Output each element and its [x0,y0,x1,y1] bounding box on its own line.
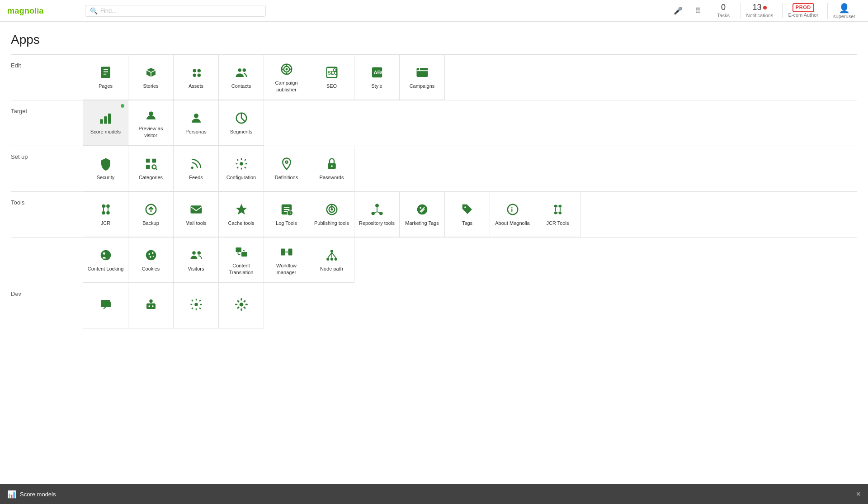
svg-rect-28 [146,159,150,163]
logo[interactable]: magnolia [7,5,80,17]
categories-icon [144,157,158,171]
apps-grid-tools: JCRBackupMail toolsCache toolsLog ToolsP… [83,192,857,237]
svg-point-81 [330,258,333,261]
app-tile-passwords[interactable]: Passwords [309,146,354,191]
app-name-segments: Segments [230,128,253,135]
app-tile-score-models[interactable]: Score models [83,100,128,146]
app-tile-campaign-publisher[interactable]: Campaign publisher [264,55,309,100]
svg-rect-19 [416,68,428,77]
app-tile-jcr[interactable]: JCR [83,192,128,237]
app-tile-seo[interactable]: SEOSEO [309,55,354,100]
seo-icon: SEO [325,66,339,79]
node-path-icon [325,248,339,262]
env-badge: PROD [793,3,814,12]
apps-grid-edit: PagesStoriesAssetsContactsCampaign publi… [83,55,857,100]
app-tile-dev-app2[interactable] [128,283,174,328]
app-tile-contacts[interactable]: Contacts [219,55,264,100]
svg-point-59 [558,205,561,208]
app-tile-configuration[interactable]: Configuration [219,146,264,191]
app-tile-node-path[interactable]: Node path [309,238,354,283]
app-tile-mail-tools[interactable]: Mail tools [174,192,219,237]
app-tile-cache-tools[interactable]: Cache tools [219,192,264,237]
app-name-mail-tools: Mail tools [185,220,206,226]
svg-point-67 [103,252,105,255]
app-tile-feeds[interactable]: Feeds [174,146,219,191]
tasks-label: Tasks [717,13,730,19]
app-tile-categories[interactable]: Categories [128,146,174,191]
app-tile-tags[interactable]: Tags [445,192,490,237]
sections-container: EditPagesStoriesAssetsContactsCampaign p… [11,54,857,328]
security-icon [99,157,113,171]
app-tile-dev-app3[interactable] [174,283,219,328]
app-tile-backup[interactable]: Backup [128,192,174,237]
notifications-label: Notifications [746,13,774,19]
app-tile-stories[interactable]: Stories [128,55,174,100]
user-section[interactable]: 👤 superuser [827,3,861,19]
app-tile-jcr-tools[interactable]: JCR Tools [535,192,580,237]
dev-robot-icon [144,298,158,311]
app-tile-definitions[interactable]: Definitions [264,146,309,191]
svg-point-54 [420,207,421,209]
app-tile-repository-tools[interactable]: Repository tools [354,192,400,237]
section-label-tools-row2 [11,238,83,283]
app-tile-pages[interactable]: Pages [83,55,128,100]
personas-icon [189,111,203,125]
app-tile-preview-as-visitor[interactable]: Preview as visitor [128,100,174,146]
svg-point-72 [152,256,154,257]
app-tile-visitors[interactable]: Visitors [174,238,219,283]
app-tile-personas[interactable]: Personas [174,100,219,146]
app-name-log-tools: Log Tools [276,220,297,226]
app-tile-assets[interactable]: Assets [174,55,219,100]
app-name-content-locking: Content Locking [88,266,124,272]
svg-rect-76 [241,252,247,257]
tasks-section[interactable]: 0 Tasks [710,3,737,19]
main-content: Apps EditPagesStoriesAssetsContactsCampa… [0,22,868,365]
svg-point-38 [102,211,105,215]
campaign-publisher-icon [280,62,293,76]
cookies-icon [144,248,158,262]
app-tile-content-translation[interactable]: Content Translation [219,238,264,283]
tasks-count: 0 [721,3,726,13]
env-section[interactable]: PROD E-com Author [782,3,824,18]
notifications-section[interactable]: 13 Notifications [741,3,779,19]
app-tile-security[interactable]: Security [83,146,128,191]
app-tile-dev-app1[interactable] [83,283,128,328]
app-tile-cookies[interactable]: Cookies [128,238,174,283]
app-tile-campaigns[interactable]: Campaigns [400,55,445,100]
app-name-personas: Personas [185,128,206,135]
microphone-icon[interactable]: 🎤 [670,3,686,19]
app-tile-content-locking[interactable]: Content Locking [83,238,128,283]
app-tile-marketing-tags[interactable]: Marketing Tags [400,192,445,237]
cache-tools-icon [235,203,248,216]
section-label-target: Target [11,100,83,146]
app-tile-dev-app4[interactable] [219,283,264,328]
header: magnolia 🔍 Find... 🎤 ⠿ 0 Tasks 13 Notifi… [0,0,868,22]
app-name-node-path: Node path [320,266,343,272]
apps-grid-dev [83,283,857,328]
style-icon: ABC [370,66,384,79]
app-tile-workflow-manager[interactable]: Workflow manager [264,238,309,283]
publishing-tools-icon [325,203,339,216]
app-name-backup: Backup [142,220,159,226]
app-tile-about-magnolia[interactable]: iAbout Magnolia [490,192,535,237]
app-name-pages: Pages [99,83,113,89]
svg-point-7 [193,74,196,77]
app-tile-log-tools[interactable]: Log Tools [264,192,309,237]
app-tile-publishing-tools[interactable]: Publishing tools [309,192,354,237]
svg-rect-44 [190,206,202,214]
app-name-style: Style [371,83,382,89]
about-magnolia-icon: i [506,203,519,216]
grid-icon[interactable]: ⠿ [690,3,706,19]
score-models-icon [99,111,113,125]
app-name-score-models: Score models [90,128,121,135]
svg-point-80 [326,258,329,261]
svg-point-9 [238,69,241,72]
apps-grid-target: Score modelsPreview as visitorPersonasSe… [83,100,857,146]
search-bar[interactable]: 🔍 Find... [85,5,266,17]
app-tile-segments[interactable]: Segments [219,100,264,146]
svg-point-73 [192,252,196,255]
workflow-manager-icon [280,245,293,259]
svg-point-90 [194,303,198,306]
svg-point-79 [330,250,333,252]
app-tile-style[interactable]: ABCStyle [354,55,400,100]
